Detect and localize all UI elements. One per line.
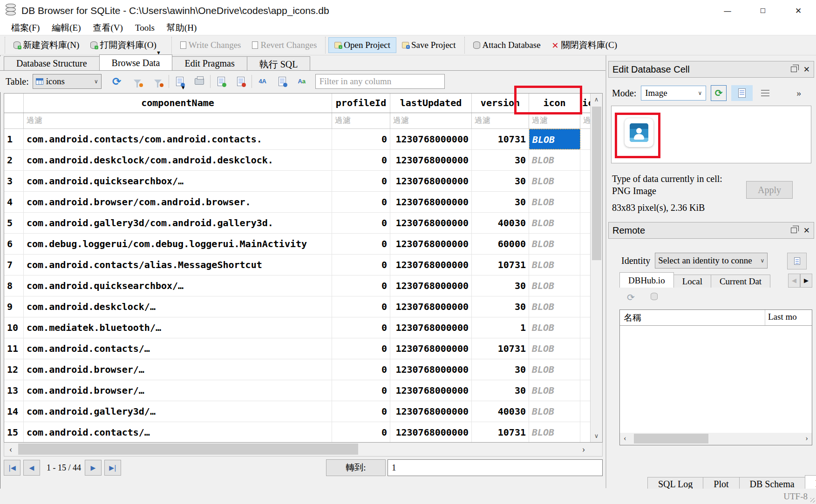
scrollbar-thumb[interactable] (634, 434, 708, 444)
column-last-modified[interactable]: Last mo (765, 310, 812, 325)
delete-record-button[interactable] (234, 74, 248, 88)
close-icon[interactable]: ✕ (781, 0, 816, 21)
prev-page-button[interactable]: ◀ (23, 460, 40, 476)
cell-profileId[interactable]: 0 (332, 255, 390, 275)
filter-version[interactable]: 過濾 (472, 113, 529, 128)
cell-version[interactable]: 10731 (472, 422, 529, 443)
import-data-button[interactable]: ⟳ (711, 85, 727, 101)
remote-refresh-icon[interactable]: ⟳ (627, 292, 635, 303)
cell-icon-blob[interactable]: BLOB (529, 359, 580, 380)
cell-componentName[interactable]: com.android.gallery3d/com.android.galler… (24, 213, 332, 233)
print-button[interactable] (192, 74, 206, 88)
cell-lastUpdated[interactable]: 1230768000000 (390, 234, 472, 254)
cell-profileId[interactable]: 0 (332, 171, 390, 191)
cell-profileId[interactable]: 0 (332, 150, 390, 170)
new-database-button[interactable]: + 新建資料庫(N) (8, 37, 85, 54)
filter-partial[interactable]: 過濾 (580, 113, 591, 128)
row-number[interactable]: 12 (4, 359, 24, 380)
filter-componentName[interactable]: 過濾 (24, 113, 332, 128)
cell-lastUpdated[interactable]: 1230768000000 (390, 255, 472, 275)
mode-selector[interactable]: Image ∨ (641, 86, 706, 101)
cell-version[interactable]: 30 (472, 192, 529, 212)
tab-execute-sql[interactable]: 執行 SQL (247, 56, 311, 70)
menu-tools[interactable]: Tools (129, 23, 160, 33)
cell-lastUpdated[interactable]: 1230768000000 (390, 296, 472, 317)
last-page-button[interactable]: ▶| (104, 460, 121, 476)
cell-componentName[interactable]: com.android.contacts/com.android.contact… (24, 129, 332, 149)
horizontal-scrollbar-thumb[interactable] (18, 444, 358, 455)
records-book-button[interactable] (275, 74, 289, 88)
tab-scroll-left-icon[interactable]: ◀ (788, 274, 800, 288)
export-dropdown-icon[interactable]: ▼ (181, 85, 186, 90)
next-page-button[interactable]: ▶ (85, 460, 102, 476)
filter-any-column-input[interactable] (315, 74, 445, 89)
cell-profileId[interactable]: 0 (332, 213, 390, 233)
cell-icon-blob[interactable]: BLOB (529, 422, 580, 443)
font-size-button[interactable]: 4A (256, 74, 270, 88)
refresh-button[interactable]: ⟳ (110, 74, 124, 88)
identity-selector[interactable]: Select an identity to conne ∨ (655, 253, 768, 269)
header-lastUpdated[interactable]: lastUpdated (390, 94, 472, 113)
menu-help[interactable]: 幫助(H) (161, 22, 202, 34)
cell-componentName[interactable]: com.mediatek.bluetooth/… (24, 317, 332, 338)
tab-browse-data[interactable]: Browse Data (99, 54, 173, 70)
cell-componentName[interactable]: com.android.browser/… (24, 359, 332, 380)
save-table-as-button[interactable]: ▼ (173, 74, 187, 88)
cell-icon-blob[interactable]: BLOB (529, 317, 580, 338)
cell-version[interactable]: 30 (472, 276, 529, 296)
cell-profileId[interactable]: 0 (332, 401, 390, 422)
header-componentName[interactable]: componentName (24, 94, 332, 113)
cell-version[interactable]: 1 (472, 317, 529, 338)
tab-edit-pragmas[interactable]: Edit Pragmas (172, 56, 247, 70)
cell-version[interactable]: 30 (472, 380, 529, 401)
cell-lastUpdated[interactable]: 1230768000000 (390, 422, 472, 443)
horizontal-scrollbar[interactable]: ‹ › (4, 443, 603, 457)
cell-componentName[interactable]: com.android.quicksearchbox/… (24, 276, 332, 296)
cell-icon-blob[interactable]: BLOB (529, 276, 580, 296)
vertical-scrollbar-thumb[interactable] (592, 107, 601, 260)
cell-componentName[interactable]: com.android.contacts/alias.MessageShortc… (24, 255, 332, 275)
row-number[interactable]: 15 (4, 422, 24, 443)
close-panel-icon[interactable]: ✕ (803, 65, 810, 74)
close-panel-icon[interactable]: ✕ (803, 226, 810, 235)
cell-lastUpdated[interactable]: 1230768000000 (390, 359, 472, 380)
maximize-icon[interactable]: ☐ (745, 0, 781, 21)
row-number[interactable]: 14 (4, 401, 24, 422)
cell-lastUpdated[interactable]: 1230768000000 (390, 276, 472, 296)
cell-lastUpdated[interactable]: 1230768000000 (390, 338, 472, 359)
cell-icon-blob[interactable]: BLOB (529, 150, 580, 170)
cell-componentName[interactable]: com.android.gallery3d/… (24, 401, 332, 422)
menu-edit[interactable]: 編輯(E) (46, 22, 86, 34)
menu-view[interactable]: 查看(V) (88, 22, 129, 34)
cell-version[interactable]: 60000 (472, 234, 529, 254)
cell-icon-blob[interactable]: BLOB (529, 234, 580, 254)
minimize-icon[interactable]: — (710, 0, 745, 21)
vertical-scrollbar[interactable]: ∧ ∨ (590, 94, 602, 442)
scroll-up-icon[interactable]: ∧ (591, 94, 602, 106)
open-database-button[interactable]: › 打開資料庫(O) ▼ (85, 37, 162, 54)
header-partial[interactable]: ic (580, 94, 591, 113)
cell-version[interactable]: 30 (472, 359, 529, 380)
table-selector[interactable]: icons ∨ (33, 74, 102, 89)
cell-icon-blob[interactable]: BLOB (529, 171, 580, 191)
cell-componentName[interactable]: com.android.quicksearchbox/… (24, 171, 332, 191)
cell-componentName[interactable]: com.android.browser/com.android.browser. (24, 192, 332, 212)
row-number[interactable]: 11 (4, 338, 24, 359)
row-number[interactable]: 1 (4, 129, 24, 149)
row-number[interactable]: 7 (4, 255, 24, 275)
scroll-left-icon[interactable]: ‹ (4, 443, 17, 456)
cell-lastUpdated[interactable]: 1230768000000 (390, 213, 472, 233)
cell-profileId[interactable]: 0 (332, 359, 390, 380)
cell-profileId[interactable]: 0 (332, 234, 390, 254)
row-number[interactable]: 5 (4, 213, 24, 233)
cell-version[interactable]: 10731 (472, 255, 529, 275)
cell-lastUpdated[interactable]: 1230768000000 (390, 192, 472, 212)
cell-icon-blob[interactable]: BLOB (529, 296, 580, 317)
insert-record-button[interactable] (214, 74, 228, 88)
cell-componentName[interactable]: com.android.deskclock/… (24, 296, 332, 317)
cell-profileId[interactable]: 0 (332, 192, 390, 212)
revert-changes-button[interactable]: Revert Changes (246, 38, 322, 53)
save-filters-button[interactable] (151, 74, 165, 88)
row-number[interactable]: 4 (4, 192, 24, 212)
goto-button[interactable]: 轉到: (326, 459, 386, 476)
